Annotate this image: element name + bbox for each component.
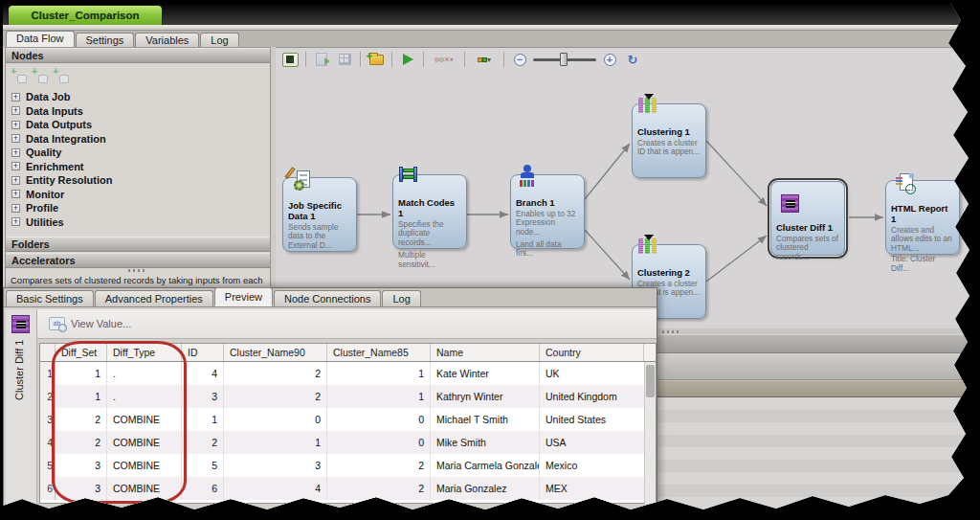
column-header-id[interactable]: ID bbox=[182, 344, 224, 361]
column-header-cluster-name90[interactable]: Cluster_Name90 bbox=[224, 344, 327, 361]
panel-grip[interactable] bbox=[6, 269, 270, 272]
expand-icon[interactable]: + bbox=[11, 121, 20, 129]
tab-settings[interactable]: Settings bbox=[76, 33, 135, 47]
match-codes-icon bbox=[398, 165, 421, 188]
branch-icon bbox=[516, 165, 539, 188]
column-header-name[interactable]: Name bbox=[431, 344, 540, 361]
clustering-icon bbox=[637, 235, 660, 258]
tab-basic-settings[interactable]: Basic Settings bbox=[6, 290, 94, 306]
add-node-button[interactable]: + bbox=[10, 68, 29, 84]
tree-item-monitor[interactable]: +Monitor bbox=[10, 188, 266, 202]
folders-section-header[interactable]: Folders bbox=[6, 237, 270, 252]
application-window: Cluster_Comparison Data Flow Settings Va… bbox=[3, 3, 973, 516]
tree-item-data-outputs[interactable]: +Data Outputs bbox=[10, 118, 266, 132]
clustering-icon bbox=[637, 94, 660, 117]
tree-item-data-job[interactable]: +Data Job bbox=[10, 90, 266, 104]
cluster-diff-icon bbox=[11, 315, 30, 333]
tree-item-utilities[interactable]: +Utilities bbox=[10, 215, 266, 230]
nodes-panel: Nodes + + + +Data Job +Data Inputs +Data… bbox=[5, 47, 271, 290]
tab-variables[interactable]: Variables bbox=[135, 33, 199, 47]
column-header-country[interactable]: Country bbox=[540, 344, 644, 361]
tab-node-connections[interactable]: Node Connections bbox=[274, 290, 382, 306]
column-header-cluster-name85[interactable]: Cluster_Name85 bbox=[327, 344, 431, 361]
flow-node-job-specific-data-1[interactable]: Job Specific Data 1 Sends sample data to… bbox=[282, 177, 357, 252]
tab-preview[interactable]: Preview bbox=[214, 287, 273, 306]
expand-icon[interactable]: + bbox=[11, 134, 20, 143]
properties-panel: Basic Settings Advanced Properties Previ… bbox=[3, 287, 657, 516]
html-report-icon bbox=[891, 170, 914, 193]
add-node-after-button[interactable]: + bbox=[31, 68, 50, 84]
cluster-diff-icon bbox=[781, 194, 799, 213]
tab-advanced-properties[interactable]: Advanced Properties bbox=[95, 290, 213, 306]
accelerators-section-header[interactable]: Accelerators bbox=[6, 253, 270, 268]
grid-scrollbar[interactable] bbox=[644, 362, 656, 504]
flow-node-html-report-1[interactable]: HTML Report 1 Creates and allows edits t… bbox=[885, 180, 960, 255]
grid-scrollbar-thumb[interactable] bbox=[646, 365, 655, 397]
job-specific-data-icon bbox=[288, 168, 311, 191]
nodes-toolbar: + + + bbox=[10, 66, 201, 86]
job-title-tab[interactable]: Cluster_Comparison bbox=[8, 5, 163, 25]
expand-icon[interactable]: + bbox=[11, 106, 20, 115]
tree-item-data-inputs[interactable]: +Data Inputs bbox=[10, 104, 266, 119]
annotation-red-oval bbox=[52, 341, 187, 504]
tab-log[interactable]: Log bbox=[200, 33, 238, 47]
tree-item-data-integration[interactable]: +Data Integration bbox=[10, 132, 266, 147]
tree-item-enrichment[interactable]: +Enrichment bbox=[10, 160, 266, 174]
nodes-panel-header[interactable]: Nodes bbox=[6, 48, 270, 63]
insert-node-button[interactable]: + bbox=[52, 68, 71, 84]
preview-toolbar: ab View Value... bbox=[37, 309, 657, 339]
expand-icon[interactable]: + bbox=[11, 190, 20, 198]
tab-preview-log[interactable]: Log bbox=[382, 290, 420, 306]
tree-item-entity-resolution[interactable]: +Entity Resolution bbox=[10, 173, 266, 188]
flow-node-match-codes-1[interactable]: Match Codes 1 Specifies the duplicate re… bbox=[392, 174, 467, 249]
tree-item-quality[interactable]: +Quality bbox=[10, 146, 266, 160]
properties-tab-bar: Basic Settings Advanced Properties Previ… bbox=[4, 288, 657, 307]
expand-icon[interactable]: + bbox=[11, 93, 20, 102]
node-category-tree: +Data Job +Data Inputs +Data Outputs +Da… bbox=[10, 90, 266, 229]
flow-node-branch-1[interactable]: Branch 1 Enables up to 32 Expression nod… bbox=[510, 174, 585, 249]
tab-data-flow[interactable]: Data Flow bbox=[6, 31, 75, 47]
flow-node-clustering-1[interactable]: Clustering 1 Creates a cluster ID that i… bbox=[632, 103, 706, 178]
view-value-button[interactable]: ab View Value... bbox=[49, 317, 131, 330]
side-tab-label: Cluster Diff 1 bbox=[13, 340, 25, 503]
view-value-icon: ab bbox=[49, 317, 65, 330]
flow-node-cluster-diff-1[interactable]: Cluster Diff 1 Compares sets of clustere… bbox=[770, 181, 845, 256]
expand-icon[interactable]: + bbox=[11, 176, 20, 185]
node-side-tab[interactable]: Cluster Diff 1 bbox=[6, 309, 37, 515]
expand-icon[interactable]: + bbox=[11, 162, 20, 170]
expand-icon[interactable]: + bbox=[11, 148, 20, 157]
expand-icon[interactable]: + bbox=[11, 217, 20, 226]
node-description-text: Compares sets of clustered records by ta… bbox=[11, 275, 267, 287]
expand-icon[interactable]: + bbox=[11, 204, 20, 213]
tree-item-profile[interactable]: +Profile bbox=[10, 201, 266, 215]
